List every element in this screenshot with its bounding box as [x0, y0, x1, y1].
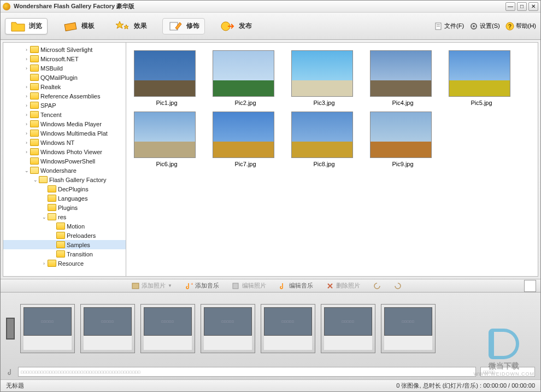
close-button[interactable]: ✕ [528, 2, 538, 11]
delete-photo-button[interactable]: 删除照片 [326, 282, 360, 290]
tree-item[interactable]: ›Resource [3, 259, 126, 268]
edit-photo-label: 编辑照片 [242, 282, 266, 290]
maximize-button[interactable]: □ [517, 2, 527, 11]
tree-item-label: MSBuild [40, 65, 63, 72]
tree-item-label: Motion [67, 223, 85, 230]
audio-bar-1[interactable]: □□□□□□□□□□□□□□□□□□□□□□□□□□□□□□□□□□□□□□□□… [18, 367, 476, 377]
thumbnail-label: Pic3.jpg [291, 100, 357, 106]
tree-arrow-icon: › [23, 140, 30, 145]
timeline-frame-slot[interactable]: □□□□□ [20, 304, 75, 353]
tree-item[interactable]: DecPlugins [3, 184, 126, 194]
browse-label: 浏览 [29, 21, 42, 31]
thumbnail-grid: Pic1.jpgPic2.jpgPic3.jpgPic4.jpgPic5.jpg… [134, 50, 530, 167]
add-music-button[interactable]: + 添加音乐 [185, 282, 219, 290]
folder-tree[interactable]: ›Microsoft Silverlight›Microsoft.NET›MSB… [3, 43, 126, 276]
thumbnail-item[interactable]: Pic5.jpg [449, 50, 514, 106]
thumbnail-label: Pic5.jpg [449, 100, 514, 106]
svg-marker-2 [124, 25, 128, 29]
effect-tab[interactable]: 效果 [110, 18, 152, 34]
timeline-frame-slot[interactable]: □□□□□ [381, 304, 436, 353]
edit-photo-button[interactable]: 编辑照片 [232, 282, 266, 290]
tree-item[interactable]: Preloaders [3, 231, 126, 240]
tree-item[interactable]: ›Reference Assemblies [3, 91, 126, 101]
tree-arrow-icon: › [23, 84, 30, 90]
tree-item[interactable]: Motion [3, 221, 126, 231]
settings-menu[interactable]: 设置(S) [469, 22, 500, 31]
tree-item[interactable]: ›SPAP [3, 101, 126, 110]
tree-item[interactable]: ›Realtek [3, 82, 126, 91]
thumbnail-item[interactable]: Pic1.jpg [134, 50, 199, 106]
file-label: 文件(F) [444, 22, 464, 30]
edit-music-label: 编辑音乐 [289, 282, 313, 290]
tree-item[interactable]: ›MSBuild [3, 63, 126, 73]
help-menu[interactable]: ? 帮助(H) [505, 22, 536, 31]
tree-item[interactable]: ⌄res [3, 212, 126, 221]
folder-icon [56, 232, 65, 239]
timeline-frame-slot[interactable]: □□□□□ [201, 304, 255, 353]
timeline-frame-slot[interactable]: □□□□□ [321, 304, 375, 353]
tree-item[interactable]: ›Microsoft Silverlight [3, 45, 126, 54]
thumbnail-item[interactable]: Pic2.jpg [213, 50, 278, 106]
tree-arrow-icon: ⌄ [40, 214, 48, 220]
tree-item[interactable]: Languages [3, 194, 126, 203]
main-toolbar: 浏览 模板 效果 修饰 发布 文件(F) 设置(S) [1, 13, 540, 40]
template-tab[interactable]: 模板 [57, 18, 100, 34]
decorate-label: 修饰 [186, 21, 199, 31]
document-icon [434, 22, 443, 31]
thumbnail-item[interactable]: Pic7.jpg [213, 112, 278, 167]
expand-button[interactable] [524, 280, 536, 292]
thumbnail-image [449, 50, 510, 97]
timeline-frame-slot[interactable]: □□□□□ [261, 304, 315, 353]
tree-item[interactable]: WindowsPowerShell [3, 156, 126, 166]
thumbnail-image [291, 112, 353, 158]
rotate-right-button[interactable] [394, 282, 402, 290]
tree-item[interactable]: ⌄Wondershare [3, 166, 126, 175]
rotate-left-button[interactable] [373, 282, 381, 290]
thumbnail-label: Pic7.jpg [213, 161, 278, 167]
film-track-icon [6, 318, 15, 340]
tree-item[interactable]: Transition [3, 249, 126, 259]
publish-tab[interactable]: 发布 [215, 18, 257, 34]
thumbnail-item[interactable]: Pic4.jpg [370, 50, 436, 106]
add-photo-button[interactable]: 添加照片 ▼ [132, 282, 172, 290]
thumbnail-item[interactable]: Pic3.jpg [291, 50, 357, 106]
folder-icon [30, 102, 39, 109]
frame-caption-area [23, 336, 72, 349]
tree-item[interactable]: Plugins [3, 203, 126, 212]
tree-item[interactable]: ›Windows Media Player [3, 119, 126, 128]
tree-arrow-icon: › [23, 93, 30, 99]
tree-item-label: Windows Media Player [40, 121, 102, 127]
tree-item[interactable]: ›Windows Photo Viewer [3, 147, 126, 156]
frame-caption-area [264, 336, 312, 349]
thumbnail-label: Pic2.jpg [213, 100, 278, 106]
export-icon [220, 20, 236, 32]
tree-item[interactable]: ›Tencent [3, 110, 126, 119]
tree-item[interactable]: ⌄Flash Gallery Factory [3, 175, 126, 184]
effect-label: 效果 [134, 21, 147, 31]
thumbnail-item[interactable]: Pic6.jpg [134, 112, 199, 167]
file-menu[interactable]: 文件(F) [434, 22, 464, 31]
decorate-tab[interactable]: 修饰 [162, 18, 205, 34]
window-controls: — □ ✕ [505, 2, 538, 11]
tree-item[interactable]: ›Windows NT [3, 138, 126, 147]
music-plus-icon: + [185, 282, 193, 290]
thumbnail-label: Pic1.jpg [134, 100, 199, 106]
tree-item[interactable]: ›Microsoft.NET [3, 54, 126, 63]
minimize-button[interactable]: — [505, 2, 515, 11]
main-area: ›Microsoft Silverlight›Microsoft.NET›MSB… [3, 42, 538, 277]
tree-item-label: Languages [58, 195, 87, 202]
thumbnail-item[interactable]: Pic9.jpg [370, 112, 436, 167]
thumbnail-label: Pic9.jpg [370, 161, 436, 167]
timeline-frame-slot[interactable]: □□□□□ [140, 304, 195, 353]
tree-item[interactable]: Samples [3, 240, 126, 249]
folder-icon [48, 195, 56, 202]
timeline-frame-slot[interactable]: □□□□□ [80, 304, 135, 353]
tree-item[interactable]: QQMailPlugin [3, 73, 126, 82]
browse-tab[interactable]: 浏览 [5, 18, 48, 34]
folder-icon [48, 185, 56, 192]
thumbnail-item[interactable]: Pic8.jpg [291, 112, 357, 167]
audio-bar-2[interactable]: □□□□□ [480, 367, 535, 377]
tree-item[interactable]: ›Windows Multimedia Plat [3, 128, 126, 138]
folder-icon [30, 148, 39, 155]
edit-music-button[interactable]: 编辑音乐 [279, 282, 313, 290]
